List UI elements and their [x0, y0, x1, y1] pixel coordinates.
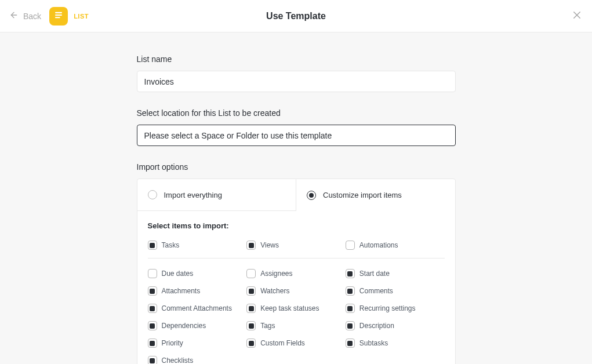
check-item-label: Keep task statuses — [260, 304, 319, 312]
check-item[interactable]: Comments — [346, 286, 445, 296]
check-item-label: Assignees — [260, 270, 292, 278]
check-item[interactable]: Comment Attachments — [148, 304, 247, 313]
back-button[interactable]: Back — [9, 10, 41, 21]
check-item[interactable]: Description — [346, 321, 445, 330]
check-item[interactable]: Tags — [246, 321, 346, 330]
radio-icon — [148, 190, 157, 199]
location-label: Select location for this List to be crea… — [137, 108, 456, 118]
close-icon — [572, 10, 582, 22]
list-icon-badge — [49, 7, 68, 26]
check-item[interactable]: Attachments — [148, 286, 247, 296]
items-divider — [148, 258, 445, 259]
check-item-label: Priority — [162, 339, 183, 347]
check-item[interactable]: Automations — [346, 241, 445, 250]
check-item[interactable]: Dependencies — [148, 321, 247, 330]
check-item[interactable]: Assignees — [246, 269, 346, 278]
check-item-label: Comment Attachments — [162, 304, 232, 312]
import-options-panel: Import everything Customize import items… — [137, 179, 456, 364]
check-item-label: Description — [359, 322, 394, 330]
select-items-heading: Select items to import: — [148, 221, 445, 230]
check-item-label: Tags — [260, 322, 275, 330]
checkbox-icon[interactable] — [246, 338, 256, 348]
check-item-label: Checklists — [162, 356, 194, 364]
arrow-left-icon — [9, 10, 19, 21]
check-item-label: Subtasks — [359, 339, 388, 347]
location-select[interactable]: Please select a Space or Folder to use t… — [137, 125, 456, 146]
close-button[interactable] — [571, 10, 583, 22]
check-item[interactable]: Custom Fields — [246, 338, 346, 348]
checkbox-icon[interactable] — [346, 269, 355, 278]
check-item-label: Comments — [359, 287, 393, 295]
checkbox-icon[interactable] — [346, 338, 355, 348]
list-name-label: List name — [137, 54, 456, 64]
checkbox-icon[interactable] — [346, 304, 355, 313]
checkbox-icon[interactable] — [148, 269, 157, 278]
content: List name Select location for this List … — [137, 32, 456, 364]
checkbox-icon[interactable] — [148, 286, 157, 296]
checkbox-icon[interactable] — [246, 241, 256, 250]
check-item-label: Start date — [359, 270, 390, 278]
modal-title: Use Template — [266, 11, 326, 21]
checkbox-icon[interactable] — [148, 356, 157, 364]
check-item-label: Dependencies — [162, 322, 206, 330]
modal-header: Back LIST Use Template — [0, 0, 592, 32]
check-item[interactable]: Due dates — [148, 269, 247, 278]
customize-import-label: Customize import items — [323, 191, 402, 199]
check-item-label: Tasks — [162, 241, 180, 249]
primary-items-row: TasksViewsAutomations — [148, 241, 445, 250]
checkbox-icon[interactable] — [246, 321, 256, 330]
checkbox-icon[interactable] — [148, 304, 157, 313]
check-item[interactable]: Views — [246, 241, 346, 250]
check-item[interactable]: Start date — [346, 269, 445, 278]
checkbox-icon[interactable] — [346, 286, 355, 296]
items-grid: Due datesAssigneesStart dateAttachmentsW… — [148, 269, 445, 364]
checkbox-icon[interactable] — [148, 241, 157, 250]
check-item[interactable]: Recurring settings — [346, 304, 445, 313]
check-item[interactable]: Keep task statuses — [246, 304, 346, 313]
checkbox-icon[interactable] — [148, 338, 157, 348]
checkbox-icon[interactable] — [246, 269, 256, 278]
check-item-label: Custom Fields — [260, 339, 305, 347]
import-items-section: Select items to import: TasksViewsAutoma… — [137, 211, 455, 364]
location-placeholder: Please select a Space or Folder to use t… — [144, 131, 332, 140]
check-item-label: Due dates — [162, 270, 194, 278]
checkbox-icon[interactable] — [346, 241, 355, 250]
list-icon — [53, 9, 64, 23]
check-item-label: Attachments — [162, 287, 201, 295]
customize-import-option[interactable]: Customize import items — [296, 179, 455, 211]
import-everything-option[interactable]: Import everything — [137, 179, 297, 211]
check-item-label: Watchers — [260, 287, 289, 295]
checkbox-icon[interactable] — [246, 304, 256, 313]
back-label: Back — [23, 12, 41, 21]
checkbox-icon[interactable] — [246, 286, 256, 296]
checkbox-icon[interactable] — [346, 321, 355, 330]
check-item-label: Automations — [359, 241, 398, 249]
check-item[interactable]: Watchers — [246, 286, 346, 296]
check-item[interactable]: Tasks — [148, 241, 247, 250]
check-item-label: Views — [260, 241, 279, 249]
check-item[interactable]: Checklists — [148, 356, 247, 364]
import-mode-row: Import everything Customize import items — [137, 179, 455, 211]
radio-icon — [307, 191, 316, 200]
list-name-input[interactable] — [137, 71, 456, 92]
content-scroll[interactable]: List name Select location for this List … — [0, 32, 592, 364]
checkbox-icon[interactable] — [148, 321, 157, 330]
import-options-label: Import options — [137, 162, 456, 172]
check-item[interactable]: Subtasks — [346, 338, 445, 348]
import-everything-label: Import everything — [164, 191, 222, 199]
list-type-label: LIST — [74, 13, 89, 20]
check-item[interactable]: Priority — [148, 338, 247, 348]
check-item-label: Recurring settings — [359, 304, 416, 312]
